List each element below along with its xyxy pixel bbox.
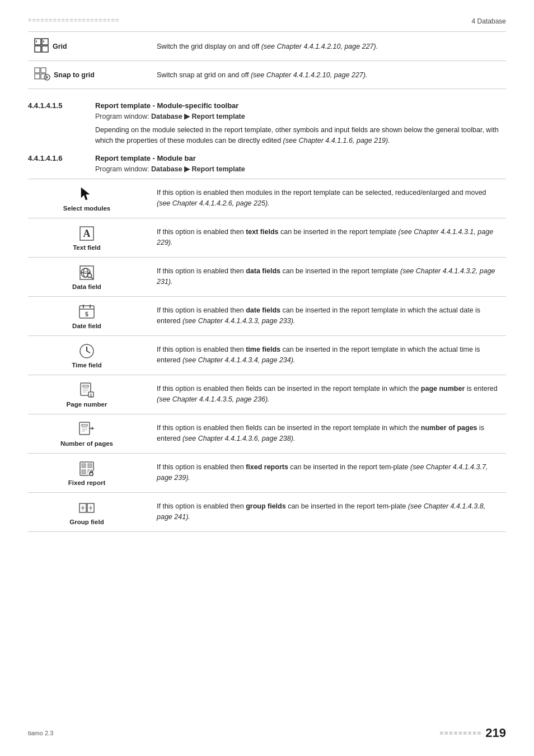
number-of-pages-icon-label: Number of pages	[28, 421, 146, 447]
text-field-icon: A	[78, 225, 96, 242]
svg-rect-1	[42, 39, 48, 45]
module-row-number-of-pages: Number of pages If this option is enable…	[28, 414, 506, 454]
module-row-select-modules: Select modules If this option is enabled…	[28, 179, 506, 218]
program-window-441416: Program window: Database ▶ Report templa…	[28, 165, 506, 173]
time-field-icon	[78, 342, 96, 360]
footer-page-num-value: 219	[485, 726, 506, 740]
svg-rect-49	[82, 470, 86, 474]
svg-rect-33	[83, 385, 88, 387]
date-field-icon: 5	[78, 303, 96, 321]
svg-rect-3	[42, 46, 48, 52]
number-of-pages-icon	[78, 421, 96, 438]
header-dashes: ======================	[28, 17, 119, 24]
select-modules-icon-label: Select modules	[28, 185, 146, 212]
text-field-label: Text field	[73, 244, 101, 251]
fixed-report-icon-label: Fixed report	[28, 460, 146, 486]
svg-marker-45	[92, 427, 94, 430]
grid-desc: Switch the grid display on and off (see …	[146, 43, 506, 50]
group-field-icon	[78, 499, 96, 517]
program-window-441415-text: Program window: Database ▶ Report templa…	[95, 112, 245, 120]
svg-rect-8	[35, 68, 40, 73]
group-field-desc: If this option is enabled then group fie…	[146, 501, 506, 523]
data-field-desc: If this option is enabled then data fiel…	[146, 266, 506, 288]
section-441416: 4.4.1.4.1.6 Report template - Module bar	[28, 154, 506, 162]
time-field-desc: If this option is enabled then time fiel…	[146, 344, 506, 366]
snap-to-grid-desc: Switch snap at grid on and off (see Chap…	[146, 71, 506, 79]
svg-rect-48	[88, 464, 92, 468]
snap-to-grid-row: Snap to grid Switch snap at grid on and …	[28, 61, 506, 89]
text-field-desc: If this option is enabled then text fiel…	[146, 227, 506, 249]
svg-text:1: 1	[90, 393, 92, 397]
svg-line-31	[87, 351, 90, 353]
data-field-icon	[78, 264, 96, 282]
svg-rect-0	[35, 39, 41, 45]
svg-text:5: 5	[85, 311, 88, 318]
grid-row: Grid Switch the grid display on and off …	[28, 32, 506, 61]
module-row-data-field: Data field If this option is enabled the…	[28, 258, 506, 297]
time-field-icon-label: Time field	[28, 342, 146, 368]
select-modules-desc: If this option is enabled then modules i…	[146, 188, 506, 209]
data-field-label: Data field	[72, 283, 101, 290]
snap-to-grid-icon-label: Snap to grid	[28, 67, 146, 83]
svg-rect-9	[41, 68, 46, 73]
section-441415-title: Report template - Module-specific toolba…	[95, 101, 238, 110]
group-field-label: Group field	[69, 519, 104, 525]
module-row-date-field: 5 Date field If this option is enabled t…	[28, 297, 506, 336]
module-row-page-number: 1 Page number If this option is enabled …	[28, 375, 506, 414]
date-field-label: Date field	[72, 323, 101, 329]
svg-rect-47	[82, 464, 86, 468]
svg-marker-15	[81, 188, 90, 200]
number-of-pages-label: Number of pages	[60, 440, 113, 447]
group-field-icon-label: Group field	[28, 499, 146, 525]
svg-rect-10	[35, 74, 40, 79]
svg-text:A: A	[83, 228, 91, 239]
svg-line-23	[91, 277, 93, 279]
date-field-icon-label: 5 Date field	[28, 303, 146, 329]
fixed-report-desc: If this option is enabled then fixed rep…	[146, 462, 506, 484]
header-section-label: 4 Database	[472, 17, 506, 25]
grid-icon-label: Grid	[28, 38, 146, 55]
footer-app-name: tiamo 2.3	[28, 730, 53, 736]
program-window-441416-text: Program window: Database ▶ Report templa…	[95, 165, 245, 173]
svg-rect-2	[35, 46, 41, 52]
svg-rect-39	[79, 422, 90, 435]
module-row-group-field: Group field If this option is enabled th…	[28, 493, 506, 532]
footer-dots: =========	[439, 730, 482, 736]
page-number-icon: 1	[78, 381, 96, 399]
grid-icon	[34, 38, 49, 55]
fixed-report-icon	[78, 460, 96, 478]
page-number-desc: If this option is enabled then fields ca…	[146, 384, 506, 405]
section-441415: 4.4.1.4.1.5 Report template - Module-spe…	[28, 101, 506, 110]
section-441415-num: 4.4.1.4.1.5	[28, 101, 95, 110]
page-number-label: Page number	[67, 401, 107, 408]
module-row-fixed-report: Fixed report If this option is enabled t…	[28, 454, 506, 493]
module-row-text-field: A Text field If this option is enabled t…	[28, 218, 506, 258]
time-field-label: Time field	[72, 362, 101, 368]
top-entries-table: Grid Switch the grid display on and off …	[28, 31, 506, 89]
section-441416-title: Report template - Module bar	[95, 154, 196, 162]
number-of-pages-desc: If this option is enabled then fields ca…	[146, 423, 506, 445]
grid-label: Grid	[53, 43, 67, 50]
page: ====================== 4 Database	[0, 0, 534, 756]
select-modules-label: Select modules	[63, 205, 110, 212]
fixed-report-label: Fixed report	[68, 479, 105, 486]
footer-page-number: ========= 219	[439, 726, 506, 740]
snap-to-grid-label: Snap to grid	[54, 71, 95, 79]
data-field-icon-label: Data field	[28, 264, 146, 290]
program-window-441415: Program window: Database ▶ Report templa…	[28, 112, 506, 120]
snap-to-grid-icon	[34, 67, 50, 83]
section-441415-body-text: Depending on the module selected in the …	[95, 125, 506, 146]
section-441416-num: 4.4.1.4.1.6	[28, 154, 95, 162]
module-row-time-field: Time field If this option is enabled the…	[28, 336, 506, 375]
svg-rect-40	[82, 424, 87, 426]
page-number-icon-label: 1 Page number	[28, 381, 146, 408]
select-modules-icon	[78, 185, 96, 203]
section-441415-body: Depending on the module selected in the …	[28, 125, 506, 146]
footer: tiamo 2.3 ========= 219	[28, 726, 506, 740]
text-field-icon-label: A Text field	[28, 225, 146, 251]
date-field-desc: If this option is enabled then date fiel…	[146, 305, 506, 327]
module-bar-table: Select modules If this option is enabled…	[28, 179, 506, 532]
